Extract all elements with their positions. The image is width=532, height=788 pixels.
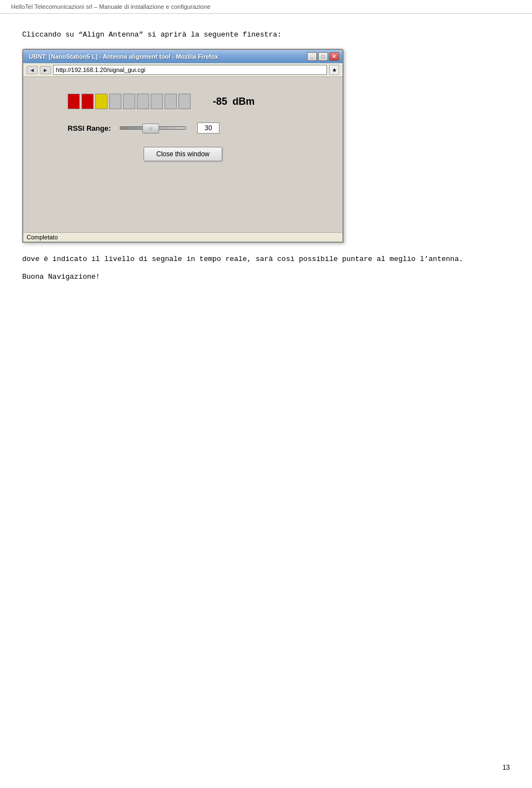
signal-bar-3 xyxy=(95,94,108,109)
description-paragraph: dove è indicato il livello di segnale in… xyxy=(22,254,510,265)
close-button-area: Close this window xyxy=(34,147,331,161)
browser-body: -85 dBm RSSI Range: /// 30 Close this wi… xyxy=(23,77,342,232)
signal-bar-2 xyxy=(81,94,94,109)
signal-bar-8 xyxy=(165,94,177,109)
description-text: dove è indicato il livello di segnale in… xyxy=(22,255,463,263)
signal-value: -85 xyxy=(213,96,227,108)
signal-bar-5 xyxy=(123,94,135,109)
page-number: 13 xyxy=(503,764,510,771)
rssi-slider-container: /// xyxy=(120,126,186,130)
intro-text: Cliccando su “Align Antenna” si aprirà l… xyxy=(22,30,282,39)
signal-bar-1 xyxy=(68,94,80,109)
close-this-window-button[interactable]: Close this window xyxy=(144,147,222,161)
signal-bar-9 xyxy=(178,94,191,109)
signal-unit: dBm xyxy=(233,96,255,108)
signal-bars xyxy=(68,94,191,109)
browser-statusbar: Completato xyxy=(23,232,342,242)
status-text: Completato xyxy=(27,234,58,241)
signal-bar-6 xyxy=(137,94,149,109)
page-header: HelloTel Telecomunicazioni srl – Manuale… xyxy=(0,0,532,14)
browser-window: UBNT: [NanoStation5 L] - Antenna alignme… xyxy=(22,49,344,243)
rssi-slider-track[interactable]: /// xyxy=(120,126,186,130)
browser-titlebar: UBNT: [NanoStation5 L] - Antenna alignme… xyxy=(23,50,342,63)
rssi-value-box: 30 xyxy=(197,122,219,134)
forward-button[interactable]: ► xyxy=(40,66,51,74)
signal-bar-7 xyxy=(151,94,163,109)
rssi-value: 30 xyxy=(204,124,212,132)
closing-paragraph: Buona Navigazione! xyxy=(22,273,510,281)
go-button[interactable]: ★ xyxy=(329,65,339,75)
restore-button[interactable]: □ xyxy=(318,52,328,61)
header-text: HelloTel Telecomunicazioni srl – Manuale… xyxy=(11,3,211,10)
rssi-slider-thumb[interactable]: /// xyxy=(142,124,159,134)
browser-toolbar: ◄ ► ★ xyxy=(23,63,342,77)
minimize-button[interactable]: _ xyxy=(307,52,317,61)
close-window-titlebar-button[interactable]: ✕ xyxy=(329,52,339,61)
browser-title: UBNT: [NanoStation5 L] - Antenna alignme… xyxy=(29,53,307,60)
intro-paragraph: Cliccando su “Align Antenna” si aprirà l… xyxy=(22,30,510,39)
closing-text: Buona Navigazione! xyxy=(22,273,100,281)
window-controls: _ □ ✕ xyxy=(307,52,339,61)
back-button[interactable]: ◄ xyxy=(27,66,38,74)
url-bar[interactable] xyxy=(53,65,327,75)
page-content: Cliccando su “Align Antenna” si aprirà l… xyxy=(0,25,532,286)
rssi-row: RSSI Range: /// 30 xyxy=(68,122,331,134)
signal-bar-4 xyxy=(109,94,121,109)
rssi-label: RSSI Range: xyxy=(68,124,111,132)
signal-area: -85 dBm xyxy=(68,94,331,109)
